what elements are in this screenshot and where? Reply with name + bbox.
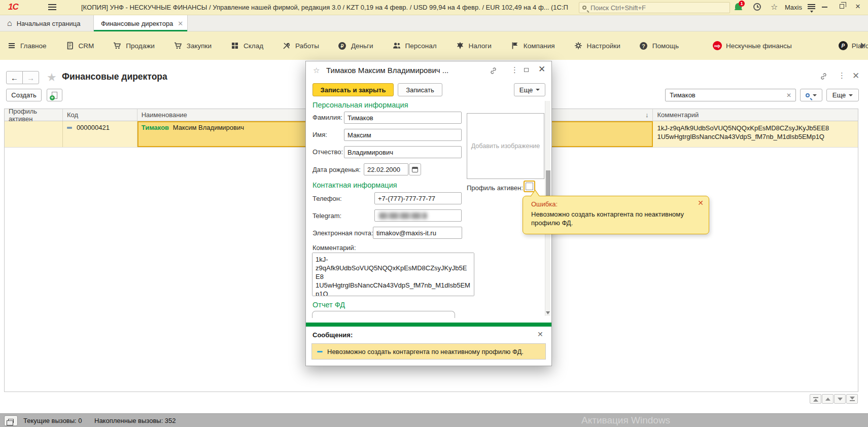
- form-close-icon[interactable]: ✕: [852, 70, 859, 81]
- minimize-button[interactable]: [822, 7, 827, 8]
- profile-active-label: Профиль активен:: [467, 184, 523, 192]
- global-search-input[interactable]: [589, 4, 726, 12]
- forward-button[interactable]: →: [22, 71, 39, 84]
- ribbon-item-purchases[interactable]: Закупки: [173, 41, 212, 50]
- add-image-area[interactable]: Добавить изображение: [467, 113, 544, 179]
- ribbon-item-money[interactable]: ₽ Деньги: [338, 41, 373, 50]
- ribbon-item-personnel[interactable]: Персонал: [392, 41, 437, 50]
- dialog-more-button[interactable]: Еще: [514, 83, 545, 96]
- comment-textarea[interactable]: 1kJ-z9qAfk9UdbSoVUQ5NQQxKpEsMD8CZsyJKyJb…: [312, 253, 474, 296]
- middlename-field[interactable]: [344, 147, 461, 158]
- dialog-maximize-icon[interactable]: [524, 68, 529, 72]
- search-icon: [806, 93, 810, 97]
- scroll-up-button[interactable]: [822, 394, 834, 404]
- chevron-down-icon: [813, 94, 817, 96]
- create-by-copy-button[interactable]: [47, 89, 62, 101]
- dialog-more-icon[interactable]: ⋮: [511, 65, 518, 75]
- tab-bar: ⌂ Начальная страница Финансовые директор…: [0, 15, 868, 31]
- search-button[interactable]: [800, 89, 822, 101]
- ribbon-item-works[interactable]: Работы: [282, 41, 319, 50]
- profile-active-checkbox[interactable]: [526, 183, 533, 190]
- flag-icon: [510, 41, 519, 50]
- calendar-picker-button[interactable]: [409, 163, 421, 175]
- user-menu[interactable]: Maxis: [785, 4, 802, 11]
- list-more-button[interactable]: Еще: [826, 89, 859, 101]
- status-bar: Текущие вызовы: 0 Накопленные вызовы: 35…: [0, 413, 868, 427]
- column-header-profile-active[interactable]: Профиль активен: [5, 109, 63, 121]
- scroll-first-button[interactable]: [810, 394, 821, 404]
- favorite-star-icon[interactable]: ☆: [313, 66, 320, 75]
- chevron-down-icon: [536, 89, 540, 91]
- get-link-icon[interactable]: [820, 73, 827, 82]
- email-field[interactable]: [373, 227, 462, 238]
- home-icon: ⌂: [7, 19, 12, 28]
- dialog-close-icon[interactable]: ✕: [538, 64, 545, 75]
- favorites-star-icon[interactable]: ☆: [771, 2, 778, 12]
- birthdate-field[interactable]: [364, 164, 408, 175]
- back-button[interactable]: ←: [6, 71, 23, 84]
- ribbon-item-sales[interactable]: Продажи: [113, 41, 154, 50]
- fd-report-link[interactable]: Отчет ФД: [313, 301, 345, 309]
- messages-splitter[interactable]: [306, 323, 551, 327]
- ribbon-item-main[interactable]: Главное: [7, 41, 47, 50]
- get-link-icon[interactable]: [490, 67, 497, 76]
- list-search-box[interactable]: ✕: [665, 89, 796, 101]
- ribbon-item-company[interactable]: Компания: [510, 41, 555, 50]
- ribbon-item-crm[interactable]: CRM: [65, 41, 94, 50]
- platforma-brand-icon: P: [839, 41, 848, 50]
- window-titlebar: 1С [КОПИЯ] УНФ - НЕСКУЧНЫЕ ФИНАНСЫ / Упр…: [0, 0, 868, 15]
- error-message-item[interactable]: Невозможно создать контаргента по неакти…: [311, 343, 546, 360]
- ribbon-scroll-right-icon[interactable]: [861, 43, 865, 49]
- person-edit-dialog: ☆ Тимаков Максим Владимирович ... ⋮ ✕ За…: [305, 61, 552, 366]
- global-search-box[interactable]: [579, 2, 730, 13]
- chevron-down-icon: [849, 94, 853, 96]
- maximize-button[interactable]: [840, 4, 844, 9]
- cell-code[interactable]: 000000421: [63, 121, 137, 147]
- create-button[interactable]: Создать: [6, 89, 42, 101]
- notifications-bell-icon[interactable]: 1: [735, 3, 743, 11]
- main-menu-icon[interactable]: [48, 4, 56, 11]
- close-window-button[interactable]: ×: [855, 2, 860, 12]
- search-match-highlight: Тимаков: [142, 124, 169, 131]
- ribbon-item-warehouse[interactable]: Склад: [230, 41, 263, 50]
- cell-profile-active[interactable]: [5, 121, 63, 147]
- scroll-last-button[interactable]: [846, 394, 858, 404]
- cell-comment[interactable]: 1kJ-z9qAfk9UdbSoVUQ5NQQxKpEsMD8CZsyJKyJb…: [653, 121, 858, 147]
- firstname-field[interactable]: [344, 129, 461, 140]
- ribbon-item-settings[interactable]: Настройки: [574, 41, 620, 50]
- column-header-code[interactable]: Код: [63, 109, 137, 121]
- search-icon: [582, 6, 586, 10]
- ribbon-item-neskuchnye-finansy[interactable]: нф Нескучные финансы: [713, 41, 792, 50]
- clear-search-icon[interactable]: ✕: [782, 92, 795, 99]
- performance-indicator-button[interactable]: [4, 415, 18, 426]
- email-label: Электронная почта:: [313, 229, 373, 237]
- save-button[interactable]: Записать: [398, 83, 442, 96]
- scrollbar-down-icon[interactable]: [546, 311, 550, 314]
- tab-home-page[interactable]: ⌂ Начальная страница: [0, 15, 92, 31]
- form-more-icon[interactable]: ⋮: [838, 71, 846, 80]
- ribbon-item-taxes[interactable]: Налоги: [456, 41, 492, 50]
- list-search-input[interactable]: [666, 91, 782, 99]
- svg-text:₽: ₽: [341, 43, 344, 49]
- save-and-close-button[interactable]: Записать и закрыть: [313, 83, 394, 96]
- dialog-title: Тимаков Максим Владимирович ...: [326, 66, 448, 75]
- tab-close-icon[interactable]: ✕: [178, 20, 183, 27]
- favorite-star-icon[interactable]: ★: [47, 71, 57, 84]
- section-contact-info: Контактная информация: [313, 181, 397, 189]
- lastname-field[interactable]: [344, 112, 461, 123]
- section-ribbon: Главное CRM Продажи Закупки Склад Работы…: [0, 31, 868, 60]
- messages-close-icon[interactable]: ✕: [537, 330, 543, 338]
- service-menu-icon[interactable]: [808, 4, 815, 10]
- column-header-comment[interactable]: Комментарий: [653, 109, 858, 121]
- message-marker-icon: [317, 351, 323, 352]
- copy-document-icon: [52, 92, 57, 99]
- tab-financial-directors[interactable]: Финансовые директора ✕: [93, 15, 188, 31]
- app-window: 1С [КОПИЯ] УНФ - НЕСКУЧНЫЕ ФИНАНСЫ / Упр…: [0, 0, 868, 427]
- current-calls-text: Текущие вызовы: 0: [23, 417, 82, 424]
- ribbon-item-help[interactable]: ? Помощь: [639, 41, 679, 50]
- tooltip-close-icon[interactable]: ✕: [698, 199, 704, 207]
- phone-field[interactable]: [375, 193, 461, 204]
- history-icon[interactable]: [753, 3, 761, 11]
- tools-icon: [282, 41, 291, 50]
- scroll-down-button[interactable]: [834, 394, 846, 404]
